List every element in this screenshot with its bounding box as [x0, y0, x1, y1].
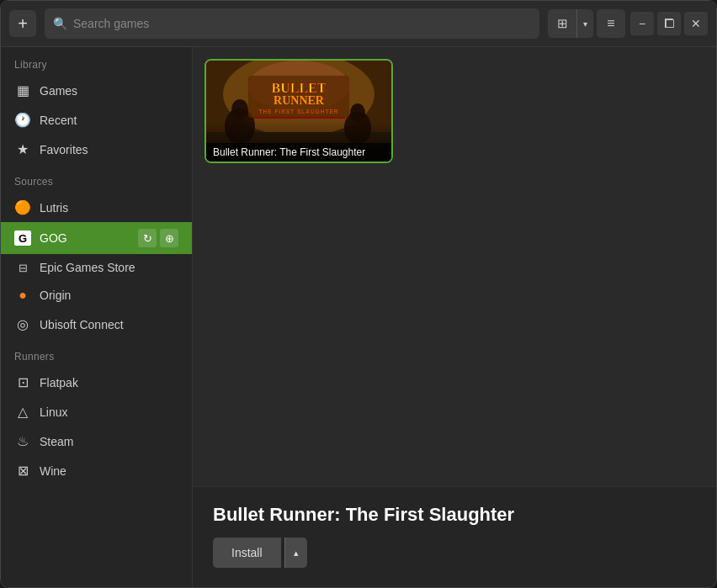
flatpak-icon: ⊡ — [14, 374, 31, 390]
sidebar-item-label-favorites: Favorites — [40, 143, 178, 156]
view-grid-split: ⊞ ▾ — [548, 9, 593, 38]
game-card-bullet-runner[interactable]: BULLET RUNNER THE FIRST SLAUGHTER Bullet… — [206, 61, 391, 162]
close-button[interactable]: ✕ — [684, 12, 708, 35]
main-content: Library ▦ Games 🕐 Recent ★ Favorites Sou… — [1, 47, 716, 587]
sidebar-item-label-lutris: Lutris — [40, 201, 178, 215]
ubisoft-icon: ◎ — [14, 316, 31, 332]
sidebar-item-label-linux: Linux — [40, 405, 178, 419]
toolbar-buttons: ⊞ ▾ ≡ — [548, 9, 625, 38]
steam-icon: ♨ — [14, 433, 31, 449]
sidebar-item-ubisoft[interactable]: ◎ Ubisoft Connect — [1, 310, 192, 339]
sidebar-item-favorites[interactable]: ★ Favorites — [1, 135, 192, 164]
lutris-icon: 🟠 — [14, 199, 31, 215]
restore-button[interactable]: ⧠ — [657, 12, 681, 35]
search-input[interactable] — [45, 8, 539, 39]
sources-section-label: Sources — [1, 164, 192, 193]
wine-icon: ⊠ — [14, 463, 31, 479]
app-window: + 🔍 ⊞ ▾ ≡ − ⧠ ✕ Library ▦ Games — [1, 1, 716, 587]
game-grid: BULLET RUNNER THE FIRST SLAUGHTER Bullet… — [193, 47, 716, 486]
favorites-icon: ★ — [14, 141, 31, 157]
sidebar-item-label-ubisoft: Ubisoft Connect — [40, 318, 178, 331]
game-area: BULLET RUNNER THE FIRST SLAUGHTER Bullet… — [193, 47, 716, 587]
sidebar-item-recent[interactable]: 🕐 Recent — [1, 105, 192, 135]
gog-add-button[interactable]: ⊕ — [160, 229, 178, 247]
sidebar-item-label-epic: Epic Games Store — [40, 261, 178, 274]
gog-icon: G — [14, 230, 31, 246]
sidebar-item-steam[interactable]: ♨ Steam — [1, 426, 192, 456]
detail-actions: Install ▴ — [213, 538, 696, 568]
sidebar-item-label-gog: GOG — [40, 231, 130, 245]
sidebar-item-label-games: Games — [40, 84, 178, 98]
sidebar-item-label-steam: Steam — [40, 435, 178, 448]
sidebar-item-wine[interactable]: ⊠ Wine — [1, 456, 192, 485]
games-icon: ▦ — [14, 82, 31, 98]
sidebar-item-label-flatpak: Flatpak — [40, 376, 178, 389]
gog-refresh-button[interactable]: ↻ — [138, 229, 157, 247]
add-button[interactable]: + — [9, 10, 36, 37]
sidebar-item-epic[interactable]: ⊟ Epic Games Store — [1, 254, 192, 281]
sidebar-item-origin[interactable]: ● Origin — [1, 281, 192, 310]
library-section-label: Library — [1, 47, 192, 76]
search-wrapper: 🔍 — [45, 8, 539, 39]
epic-icon: ⊟ — [14, 262, 31, 274]
sidebar-item-flatpak[interactable]: ⊡ Flatpak — [1, 368, 192, 397]
window-controls: − ⧠ ✕ — [630, 12, 708, 35]
linux-icon: △ — [14, 404, 31, 420]
sidebar-item-gog[interactable]: G GOG ↻ ⊕ — [1, 222, 192, 254]
detail-panel: Bullet Runner: The First Slaughter Insta… — [193, 486, 716, 587]
view-list-button[interactable]: ≡ — [597, 9, 625, 38]
sidebar-item-linux[interactable]: △ Linux — [1, 397, 192, 426]
install-button[interactable]: Install — [213, 538, 281, 568]
title-bar: + 🔍 ⊞ ▾ ≡ − ⧠ ✕ — [1, 1, 716, 47]
runners-section-label: Runners — [1, 339, 192, 368]
sidebar-item-label-wine: Wine — [40, 464, 178, 478]
sidebar-item-label-recent: Recent — [40, 114, 178, 127]
view-grid-dropdown-button[interactable]: ▾ — [576, 9, 593, 38]
origin-icon: ● — [14, 288, 31, 303]
install-dropdown-button[interactable]: ▴ — [284, 538, 307, 568]
gog-actions: ↻ ⊕ — [138, 229, 178, 247]
sidebar-item-lutris[interactable]: 🟠 Lutris — [1, 193, 192, 222]
game-card-title: Bullet Runner: The First Slaughter — [206, 143, 391, 162]
sidebar-item-games[interactable]: ▦ Games — [1, 76, 192, 105]
recent-icon: 🕐 — [14, 112, 31, 128]
detail-game-title: Bullet Runner: The First Slaughter — [213, 504, 696, 526]
minimize-button[interactable]: − — [630, 12, 654, 35]
view-grid-button[interactable]: ⊞ — [548, 9, 576, 38]
sidebar-item-label-origin: Origin — [40, 289, 178, 302]
sidebar: Library ▦ Games 🕐 Recent ★ Favorites Sou… — [1, 47, 193, 587]
